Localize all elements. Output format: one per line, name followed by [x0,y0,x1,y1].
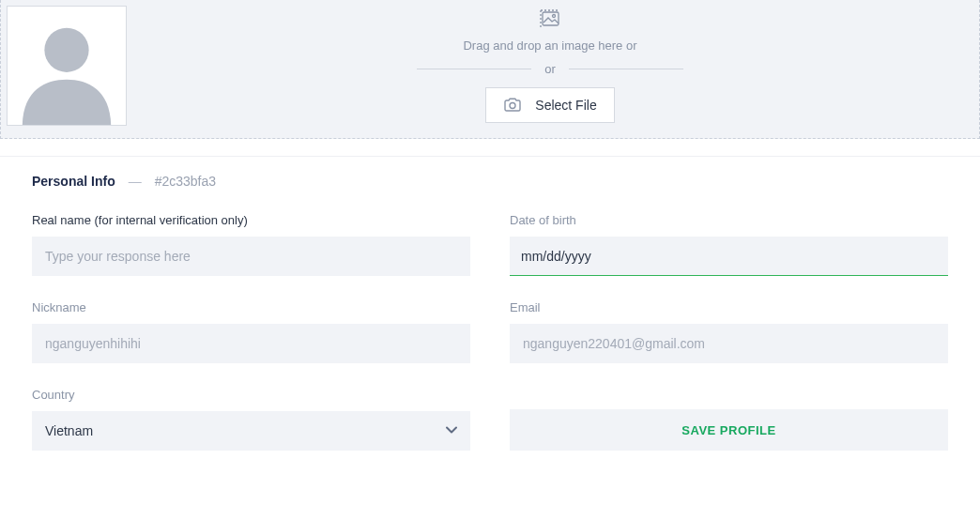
svg-point-4 [510,103,515,109]
title-dash: — [129,174,142,189]
section-title: Personal Info [32,174,115,189]
real-name-input[interactable] [32,237,470,276]
svg-rect-2 [543,12,559,25]
drag-drop-text: Drag and drop an image here or [463,38,636,53]
avatar-upload-zone[interactable]: Drag and drop an image here or or Select… [0,0,980,139]
personal-info-section: Personal Info — #2c33bfa3 Real name (for… [0,157,980,475]
nickname-label: Nickname [32,300,470,314]
email-input[interactable] [510,324,948,363]
camera-icon [503,98,522,113]
save-cell: SAVE PROFILE [510,388,948,451]
dob-field: Date of birth [510,213,948,276]
image-icon [538,9,562,33]
svg-point-3 [553,15,556,18]
or-divider: or [417,62,683,76]
section-header: Personal Info — #2c33bfa3 [32,174,948,189]
dob-input[interactable] [510,237,948,276]
real-name-label: Real name (for internal verification onl… [32,213,470,227]
dob-label: Date of birth [510,213,948,227]
nickname-field: Nickname [32,300,470,363]
real-name-field: Real name (for internal verification onl… [32,213,470,276]
upload-instructions: Drag and drop an image here or or Select… [127,6,973,123]
email-label: Email [510,300,948,314]
nickname-input[interactable] [32,324,470,363]
country-field: Country [32,388,470,451]
select-file-label: Select File [535,98,596,113]
svg-point-1 [44,28,88,72]
or-text: or [544,62,556,76]
country-label: Country [32,388,470,402]
email-field: Email [510,300,948,363]
profile-hash: #2c33bfa3 [155,174,216,189]
select-file-button[interactable]: Select File [485,87,614,123]
save-profile-button[interactable]: SAVE PROFILE [510,409,948,451]
country-select[interactable] [32,411,470,451]
avatar-placeholder [7,6,127,126]
